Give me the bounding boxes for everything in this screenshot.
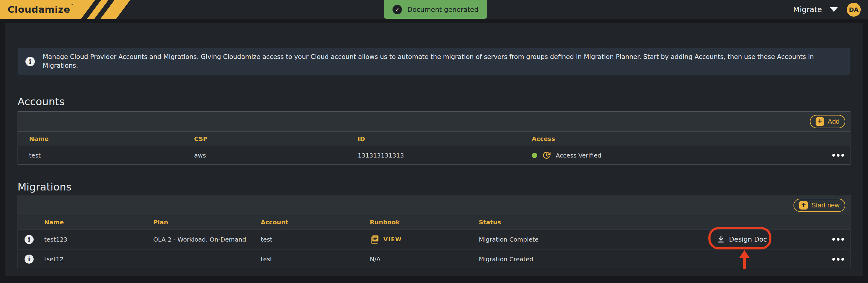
migration-account-cell: test <box>261 236 370 243</box>
migration-row: i tset12 test N/A Migration Created <box>18 249 850 269</box>
migration-status-cell: Migration Complete <box>479 236 717 243</box>
migration-status-cell: Migration Created <box>479 255 717 263</box>
info-icon[interactable]: i <box>25 255 34 263</box>
toast-label: Document generated <box>407 6 478 13</box>
migrate-label: Migrate <box>793 5 822 14</box>
column-header-name: Name <box>40 219 153 226</box>
info-icon: i <box>26 57 35 66</box>
design-doc-label: Design Doc <box>729 236 767 243</box>
toast-notification: ✓ Document generated <box>384 0 487 19</box>
runbook-icon <box>370 235 379 244</box>
migration-account-cell: test <box>261 255 370 263</box>
accounts-section-title: Accounts <box>18 96 64 108</box>
migration-info-cell: i <box>18 235 40 244</box>
design-doc-button[interactable]: Design Doc <box>717 235 826 243</box>
download-icon <box>717 235 725 243</box>
brand-text: Cloudamize™ <box>7 4 74 15</box>
account-csp-cell: aws <box>194 152 358 159</box>
accounts-header-row: Name CSP ID Access <box>18 132 850 146</box>
account-name-cell: test <box>18 152 194 159</box>
column-header-account: Account <box>261 219 370 226</box>
row-actions-menu[interactable] <box>831 255 845 263</box>
account-id-cell: 131313131313 <box>358 152 532 159</box>
migration-name-cell: test123 <box>40 236 153 243</box>
migration-runbook-cell: VIEW <box>370 235 479 244</box>
migrations-toolbar: + Start new <box>18 195 850 215</box>
migration-info-cell: i <box>18 255 40 263</box>
accounts-toolbar: + Add <box>18 112 850 132</box>
migrations-table: + Start new Name Plan Account Runbook St… <box>18 195 850 269</box>
add-button[interactable]: + Add <box>810 115 845 128</box>
info-icon[interactable]: i <box>25 235 34 244</box>
column-header-runbook: Runbook <box>370 219 479 226</box>
column-header-csp: CSP <box>194 135 358 142</box>
user-avatar[interactable]: DA <box>847 3 861 16</box>
chevron-down-icon <box>830 7 838 12</box>
accounts-table: + Add Name CSP ID Access test aws 131313… <box>18 111 850 165</box>
start-new-button-label: Start new <box>811 201 840 209</box>
add-button-label: Add <box>828 118 840 126</box>
banner-text: Manage Cloud Provider Accounts and Migra… <box>43 52 842 70</box>
column-header-status: Status <box>479 219 717 226</box>
runbook-na-text: N/A <box>370 255 380 263</box>
plus-icon: + <box>816 117 824 126</box>
row-actions-menu[interactable] <box>831 236 845 243</box>
migrations-section-title: Migrations <box>18 181 71 193</box>
account-access-cell: Access Verified <box>532 151 826 160</box>
cloudamize-logo: Cloudamize™ <box>0 0 133 19</box>
migration-row: i test123 OLA 2 - Workload, On-Demand te… <box>18 229 850 249</box>
column-header-id: ID <box>358 135 532 142</box>
migration-actions-cell <box>826 255 850 263</box>
topbar-right: Migrate DA <box>793 0 861 19</box>
migrate-dropdown[interactable]: Migrate <box>793 5 838 14</box>
account-row: test aws 131313131313 Access Verified <box>18 146 850 165</box>
info-banner: i Manage Cloud Provider Accounts and Mig… <box>18 48 850 75</box>
migration-name-cell: tset12 <box>40 255 153 263</box>
migration-plan-cell: OLA 2 - Workload, On-Demand <box>153 236 261 243</box>
refresh-clock-icon[interactable] <box>542 151 551 160</box>
account-actions-cell <box>826 151 850 159</box>
start-new-button[interactable]: + Start new <box>794 199 845 212</box>
column-header-plan: Plan <box>153 219 261 226</box>
check-icon: ✓ <box>393 5 402 14</box>
row-actions-menu[interactable] <box>831 151 845 159</box>
migration-runbook-cell: N/A <box>370 255 479 263</box>
trademark-symbol: ™ <box>70 3 74 7</box>
access-status-text: Access Verified <box>556 152 601 159</box>
column-header-name: Name <box>18 135 194 142</box>
topbar: Cloudamize™ ✓ Document generated Migrate… <box>0 0 868 19</box>
column-header-access: Access <box>532 135 826 142</box>
migrations-header-row: Name Plan Account Runbook Status <box>18 215 850 229</box>
runbook-view-link[interactable]: VIEW <box>383 236 402 243</box>
plus-icon: + <box>799 201 808 210</box>
access-status-dot <box>532 153 537 158</box>
migration-actions-cell <box>826 236 850 243</box>
